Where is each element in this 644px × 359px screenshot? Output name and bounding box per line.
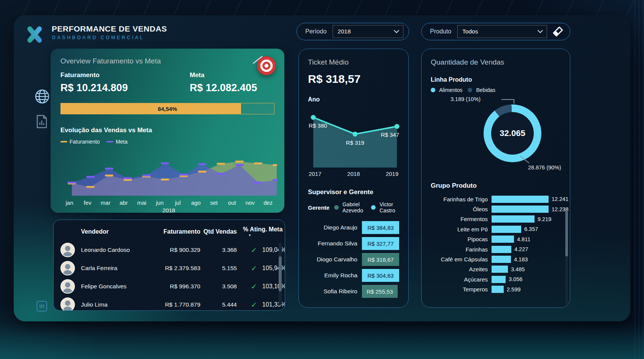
produto-value: Todos bbox=[462, 28, 478, 35]
value-bar[interactable] bbox=[492, 276, 506, 283]
scrollbar-thumb[interactable] bbox=[565, 210, 568, 256]
gerente-legend-label: Gerente bbox=[308, 204, 330, 211]
meta-marker[interactable] bbox=[254, 182, 262, 183]
table-row[interactable]: Carla FerreiraR$ 2.379.5835.155✓105,94% bbox=[60, 259, 277, 277]
faturamento-marker[interactable] bbox=[254, 162, 262, 164]
table-row[interactable]: Leonardo CardosoR$ 900.3293.368✓109,04% bbox=[60, 241, 277, 259]
value-bar[interactable] bbox=[492, 196, 549, 203]
report-page-icon[interactable] bbox=[36, 115, 48, 130]
x-axis-label: out bbox=[223, 199, 241, 206]
value-bar[interactable] bbox=[492, 236, 514, 243]
checkmark-icon: ✓ bbox=[251, 282, 257, 291]
col-vendedor[interactable]: Vendedor bbox=[81, 228, 135, 239]
col-faturamento[interactable]: Faturamento bbox=[136, 228, 200, 239]
product-bar-row: Farinhas4.227 bbox=[431, 244, 561, 254]
gerente-legend: Gerente Gabriel Azevedo Victor Castro bbox=[308, 201, 399, 214]
meta-marker[interactable] bbox=[142, 175, 151, 177]
value-bar[interactable] bbox=[492, 215, 535, 223]
value-bar[interactable] bbox=[492, 266, 508, 273]
product-bar-row: Açúcares3.056 bbox=[431, 274, 561, 284]
product-bar-row: Fermentos9.219 bbox=[431, 214, 561, 224]
ticket-point[interactable] bbox=[353, 131, 358, 136]
legend-item-meta[interactable]: Meta bbox=[106, 139, 127, 145]
meta-marker[interactable] bbox=[179, 174, 188, 176]
meta-marker[interactable] bbox=[217, 173, 225, 175]
scrollbar-thumb[interactable] bbox=[279, 256, 282, 291]
legend-item-faturamento[interactable]: Faturamento bbox=[60, 139, 100, 145]
gabriel-swatch bbox=[334, 205, 339, 210]
value-bar[interactable]: R$ 255,53 bbox=[362, 285, 398, 298]
meta-marker[interactable] bbox=[273, 179, 277, 181]
chevron-down-icon bbox=[538, 28, 543, 33]
ticket-point[interactable] bbox=[395, 124, 400, 129]
qtd-vendas-value: 5.444 bbox=[202, 301, 237, 308]
value-bar[interactable] bbox=[492, 206, 549, 213]
legend-item-gabriel[interactable]: Gabriel Azevedo bbox=[334, 201, 368, 214]
checkmark-icon: ✓ bbox=[251, 264, 257, 273]
legend-item-alimentos[interactable]: Alimentos bbox=[431, 87, 462, 93]
periodo-select[interactable]: 2018 bbox=[333, 25, 403, 38]
vendedor-name: Leonardo Cardoso bbox=[81, 246, 135, 254]
ticket-point[interactable] bbox=[311, 115, 316, 120]
vendedores-table-card: Vendedor Faturamento Qtd Vendas % Ating.… bbox=[53, 220, 285, 311]
legend-item-victor[interactable]: Victor Castro bbox=[371, 201, 399, 214]
value-bar[interactable]: R$ 318,67 bbox=[362, 253, 399, 266]
meta-marker[interactable] bbox=[124, 177, 132, 179]
linkedin-icon[interactable]: in bbox=[36, 301, 47, 312]
faturamento-marker[interactable] bbox=[124, 179, 132, 181]
periodo-label: Período bbox=[305, 28, 327, 35]
produto-select[interactable]: Todos bbox=[457, 25, 547, 38]
table-row[interactable]: Felipe GoncalvesR$ 996.3703.508✓103,10% bbox=[60, 277, 277, 296]
faturamento-marker[interactable] bbox=[235, 161, 244, 163]
grupo-produto-scrollbar[interactable] bbox=[565, 210, 568, 304]
ating-meta-cell: ✓101,33% bbox=[238, 300, 285, 309]
meta-marker[interactable] bbox=[68, 182, 76, 183]
grupo-produto-bar-chart: Farinhas de Trigo12.241Óleos12.238Fermen… bbox=[431, 194, 561, 294]
value-bar[interactable] bbox=[492, 256, 511, 263]
evolucao-area-chart[interactable] bbox=[60, 149, 277, 199]
ticket-area-chart[interactable]: R$ 380R$ 319R$ 347 bbox=[308, 106, 400, 169]
meta-marker[interactable] bbox=[161, 162, 169, 164]
value-bar[interactable] bbox=[492, 246, 511, 253]
manager-bar-row: Diego AraujoR$ 384,83 bbox=[308, 220, 399, 236]
value-bar[interactable] bbox=[492, 286, 504, 293]
bar-value-label: 3.056 bbox=[509, 276, 522, 282]
globe-icon[interactable] bbox=[34, 88, 51, 106]
faturamento-marker[interactable] bbox=[198, 171, 206, 172]
evolucao-chart-title: Evolução das Vendas vs Meta bbox=[60, 127, 274, 134]
bar-category-label: Leite em Pó bbox=[431, 226, 492, 232]
legend-item-bebidas[interactable]: Bebidas bbox=[468, 87, 495, 93]
clear-filters-button[interactable] bbox=[551, 25, 565, 38]
meta-progress-bar[interactable]: 84,54% bbox=[60, 103, 274, 114]
meta-marker[interactable] bbox=[105, 168, 113, 169]
periodo-filter: Período 2018 bbox=[297, 23, 409, 40]
alimentos-callout: 28.876 (90%) bbox=[528, 164, 561, 171]
faturamento-marker[interactable] bbox=[105, 175, 113, 177]
meta-marker[interactable] bbox=[198, 163, 206, 165]
bar-value-label: 4.183 bbox=[514, 256, 528, 263]
value-bar[interactable] bbox=[492, 226, 521, 233]
eraser-icon bbox=[552, 26, 563, 37]
manager-bar-row: Sofia RibeiroR$ 255,53 bbox=[308, 283, 399, 299]
bar-value-label: 6.357 bbox=[524, 226, 538, 232]
faturamento-marker[interactable] bbox=[161, 179, 169, 180]
faturamento-marker[interactable] bbox=[273, 164, 277, 166]
col-ating-meta[interactable]: % Ating. Meta ▼ bbox=[238, 226, 285, 241]
value-bar[interactable]: R$ 384,83 bbox=[362, 221, 399, 234]
table-row[interactable]: Julio LimaR$ 1.770.8795.444✓101,33% bbox=[60, 296, 277, 311]
value-bar[interactable]: R$ 327,77 bbox=[362, 237, 399, 250]
product-bar-row: Leite em Pó6.357 bbox=[431, 224, 561, 234]
faturamento-value: R$ 900.329 bbox=[136, 247, 200, 253]
col-qtd-vendas[interactable]: Qtd Vendas bbox=[202, 228, 237, 239]
value-bar[interactable]: R$ 304,63 bbox=[362, 269, 399, 282]
meta-swatch bbox=[106, 141, 113, 142]
evolucao-year-label: 2018 bbox=[60, 207, 277, 214]
table-scrollbar[interactable] bbox=[279, 243, 282, 305]
x-axis-label: ago bbox=[187, 199, 205, 206]
manager-bar-row: Diogo CarvalhoR$ 318,67 bbox=[308, 251, 399, 267]
x-axis-label: nov bbox=[241, 199, 259, 206]
faturamento-marker[interactable] bbox=[86, 186, 95, 188]
meta-marker[interactable] bbox=[86, 176, 95, 178]
meta-marker[interactable] bbox=[235, 164, 244, 166]
faturamento-marker[interactable] bbox=[217, 163, 225, 165]
